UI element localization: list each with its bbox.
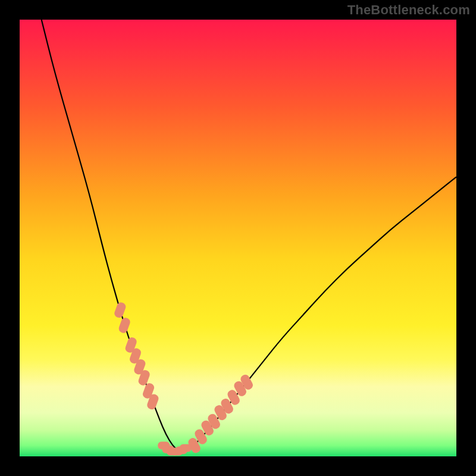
plot-svg bbox=[20, 20, 456, 456]
watermark-text: TheBottleneck.com bbox=[347, 2, 470, 18]
data-marker bbox=[180, 444, 192, 452]
chart-frame: TheBottleneck.com bbox=[0, 0, 476, 476]
